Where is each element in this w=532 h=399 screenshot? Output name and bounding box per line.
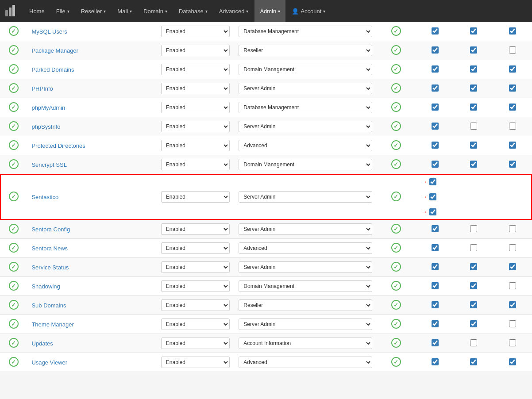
col8-checkbox[interactable] (429, 208, 436, 215)
category-select[interactable]: Database ManagementResellerDomain Manage… (239, 280, 372, 292)
col7-checkbox[interactable] (429, 193, 436, 200)
category-select[interactable]: Database ManagementResellerDomain Manage… (239, 159, 372, 170)
col7-checkbox[interactable] (470, 358, 477, 365)
plugin-name-link[interactable]: Service Status (31, 264, 69, 271)
col7-checkbox[interactable] (470, 225, 477, 232)
col7-checkbox[interactable] (470, 27, 477, 35)
status-select[interactable]: EnabledDisabled (161, 83, 230, 94)
category-select[interactable]: Database ManagementResellerDomain Manage… (239, 299, 372, 311)
col7-checkbox[interactable] (470, 65, 477, 73)
plugin-name-link[interactable]: Protected Directories (31, 142, 85, 149)
status-select[interactable]: EnabledDisabled (161, 64, 230, 75)
nav-reseller[interactable]: Reseller▾ (76, 0, 112, 22)
col6-checkbox[interactable] (429, 178, 436, 185)
status-select[interactable]: EnabledDisabled (161, 357, 230, 368)
status-select[interactable]: EnabledDisabled (161, 159, 230, 170)
plugin-name-link[interactable]: Updates (31, 340, 53, 347)
col6-checkbox[interactable] (432, 46, 439, 54)
category-select[interactable]: Database ManagementResellerDomain Manage… (239, 357, 372, 368)
col8-checkbox[interactable] (509, 358, 516, 365)
col6-checkbox[interactable] (432, 104, 439, 111)
col6-checkbox[interactable] (432, 282, 439, 289)
status-select[interactable]: EnabledDisabled (161, 261, 230, 273)
col7-checkbox[interactable] (470, 301, 477, 308)
status-select[interactable]: EnabledDisabled (161, 223, 230, 235)
col6-checkbox[interactable] (432, 65, 439, 73)
category-select[interactable]: Database ManagementResellerDomain Manage… (239, 261, 372, 273)
col6-checkbox[interactable] (432, 320, 439, 327)
plugin-name-link[interactable]: phpMyAdmin (31, 104, 65, 111)
col6-checkbox[interactable] (432, 358, 439, 365)
col8-checkbox[interactable] (509, 27, 516, 35)
col8-checkbox[interactable] (509, 339, 516, 346)
col7-checkbox[interactable] (470, 244, 477, 251)
col6-checkbox[interactable] (432, 142, 439, 149)
status-select[interactable]: EnabledDisabled (161, 102, 230, 113)
col7-checkbox[interactable] (470, 123, 477, 130)
plugin-name-link[interactable]: Theme Manager (31, 321, 73, 328)
plugin-name-link[interactable]: Shadowing (31, 283, 60, 290)
status-select[interactable]: EnabledDisabled (161, 299, 230, 311)
nav-domain[interactable]: Domain▾ (138, 0, 173, 22)
nav-admin[interactable]: Admin▾ (254, 0, 285, 22)
nav-database[interactable]: Database▾ (173, 0, 213, 22)
status-select[interactable]: EnabledDisabled (161, 140, 230, 151)
category-select[interactable]: Database ManagementResellerDomain Manage… (239, 121, 372, 132)
status-select[interactable]: EnabledDisabled (161, 242, 230, 254)
plugin-name-link[interactable]: MySQL Users (31, 28, 67, 35)
category-select[interactable]: Database ManagementResellerDomain Manage… (239, 140, 372, 151)
plugin-name-link[interactable]: Sencrypt SSL (31, 161, 67, 168)
plugin-name-link[interactable]: Package Manager (31, 47, 78, 54)
category-select[interactable]: Database ManagementResellerDomain Manage… (239, 318, 372, 330)
col8-checkbox[interactable] (509, 84, 516, 92)
col7-checkbox[interactable] (470, 320, 477, 327)
col7-checkbox[interactable] (470, 263, 477, 270)
category-select[interactable]: Database ManagementResellerDomain Manage… (239, 191, 372, 203)
category-select[interactable]: Database ManagementResellerDomain Manage… (239, 223, 372, 235)
nav-account[interactable]: 👤Account▾ (286, 0, 331, 22)
col8-checkbox[interactable] (509, 263, 516, 270)
category-select[interactable]: Database ManagementResellerDomain Manage… (239, 83, 372, 94)
col8-checkbox[interactable] (509, 320, 516, 327)
plugin-name-link[interactable]: PHPInfo (31, 85, 53, 92)
col6-checkbox[interactable] (432, 339, 439, 346)
plugin-name-link[interactable]: Sentastico (31, 194, 58, 200)
plugin-name-link[interactable]: Sentora Config (31, 226, 70, 233)
nav-file[interactable]: File▾ (51, 0, 75, 22)
status-select[interactable]: EnabledDisabled (161, 191, 230, 203)
col7-checkbox[interactable] (470, 104, 477, 111)
col6-checkbox[interactable] (432, 123, 439, 130)
category-select[interactable]: Database ManagementResellerDomain Manage… (239, 45, 372, 56)
nav-advanced[interactable]: Advanced▾ (214, 0, 254, 22)
col8-checkbox[interactable] (509, 301, 516, 308)
col8-checkbox[interactable] (509, 244, 516, 251)
col6-checkbox[interactable] (432, 27, 439, 35)
category-select[interactable]: Database ManagementResellerDomain Manage… (239, 338, 372, 349)
status-select[interactable]: EnabledDisabled (161, 45, 230, 56)
col8-checkbox[interactable] (509, 225, 516, 232)
nav-home[interactable]: Home (24, 0, 50, 22)
col6-checkbox[interactable] (432, 301, 439, 308)
col7-checkbox[interactable] (470, 282, 477, 289)
status-select[interactable]: EnabledDisabled (161, 26, 230, 37)
category-select[interactable]: Database ManagementResellerDomain Manage… (239, 26, 372, 37)
col8-checkbox[interactable] (509, 161, 516, 168)
col8-checkbox[interactable] (509, 123, 516, 130)
nav-mail[interactable]: Mail▾ (112, 0, 137, 22)
col7-checkbox[interactable] (470, 46, 477, 54)
col7-checkbox[interactable] (470, 84, 477, 92)
col8-checkbox[interactable] (509, 142, 516, 149)
plugin-name-link[interactable]: phpSysInfo (31, 123, 60, 130)
col8-checkbox[interactable] (509, 65, 516, 73)
category-select[interactable]: Database ManagementResellerDomain Manage… (239, 64, 372, 75)
plugin-name-link[interactable]: Usage Viewer (31, 359, 67, 366)
col6-checkbox[interactable] (432, 84, 439, 92)
col6-checkbox[interactable] (432, 244, 439, 251)
col6-checkbox[interactable] (432, 263, 439, 270)
category-select[interactable]: Database ManagementResellerDomain Manage… (239, 102, 372, 113)
status-select[interactable]: EnabledDisabled (161, 121, 230, 132)
col8-checkbox[interactable] (509, 46, 516, 54)
status-select[interactable]: EnabledDisabled (161, 338, 230, 349)
category-select[interactable]: Database ManagementResellerDomain Manage… (239, 242, 372, 254)
status-select[interactable]: EnabledDisabled (161, 280, 230, 292)
